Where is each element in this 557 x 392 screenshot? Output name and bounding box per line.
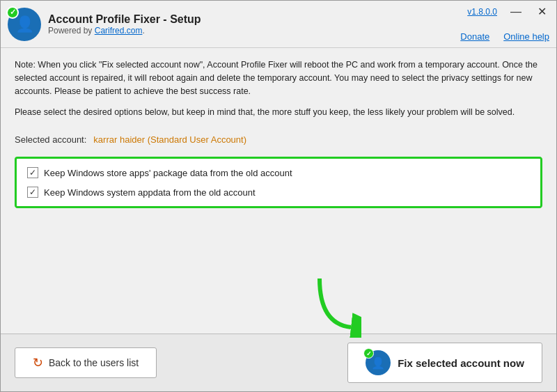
close-button[interactable]: ✕: [535, 6, 549, 17]
checkbox-row-1[interactable]: ✓ Keep Windows store apps' package data …: [27, 167, 530, 178]
checkbox-2[interactable]: ✓: [27, 187, 38, 198]
app-subtitle: Powered by Carifred.com.: [48, 26, 201, 36]
fix-button[interactable]: 👤 ✓ Fix selected account now: [347, 343, 542, 383]
fix-icon: 👤 ✓: [366, 350, 391, 375]
selected-account-value: karrar haider (Standard User Account): [93, 134, 246, 145]
title-bar-left: 👤 ✓ Account Profile Fixer - Setup Powere…: [8, 8, 201, 41]
main-content: Note: When you click "Fix selected accou…: [1, 48, 556, 334]
minimize-button[interactable]: —: [508, 6, 524, 17]
fix-button-label: Fix selected account now: [398, 357, 524, 369]
info-paragraph-1: Note: When you click "Fix selected accou…: [15, 58, 542, 97]
donate-link[interactable]: Donate: [460, 31, 489, 42]
checkbox-1[interactable]: ✓: [27, 167, 38, 178]
logo-person-icon: 👤: [15, 15, 34, 33]
info-paragraph-2: Please select the desired options below,…: [15, 106, 542, 119]
online-help-link[interactable]: Online help: [503, 31, 549, 42]
title-bar: 👤 ✓ Account Profile Fixer - Setup Powere…: [1, 1, 556, 48]
checkbox-group: ✓ Keep Windows store apps' package data …: [15, 157, 542, 208]
checkbox-row-2[interactable]: ✓ Keep Windows system appdata from the o…: [27, 187, 530, 198]
checkbox-label-1: Keep Windows store apps' package data fr…: [44, 168, 292, 178]
selected-account-label: Selected account:: [15, 134, 86, 145]
title-bar-right: v1.8.0.0 — ✕ Donate Online help: [460, 6, 549, 42]
title-info: Account Profile Fixer - Setup Powered by…: [48, 13, 201, 36]
title-links: Donate Online help: [460, 31, 549, 42]
title-controls: v1.8.0.0 — ✕: [467, 6, 549, 17]
back-button-label: Back to the users list: [49, 357, 139, 368]
back-icon: ↺: [33, 355, 43, 370]
logo-circle: 👤 ✓: [8, 8, 41, 41]
version-label[interactable]: v1.8.0.0: [467, 7, 497, 17]
app-window: 👤 ✓ Account Profile Fixer - Setup Powere…: [0, 0, 557, 392]
checkbox-label-2: Keep Windows system appdata from the old…: [44, 187, 256, 198]
green-arrow-icon: [306, 275, 361, 338]
back-button[interactable]: ↺ Back to the users list: [15, 347, 157, 378]
powered-by-link[interactable]: Carifred.com: [95, 26, 143, 36]
selected-account-row: Selected account: karrar haider (Standar…: [15, 134, 542, 145]
logo-check-icon: ✓: [6, 6, 19, 19]
bottom-bar: ↺ Back to the users list 👤 ✓ Fix selecte…: [1, 334, 556, 391]
app-logo: 👤 ✓: [8, 8, 41, 41]
app-title: Account Profile Fixer - Setup: [48, 13, 201, 26]
